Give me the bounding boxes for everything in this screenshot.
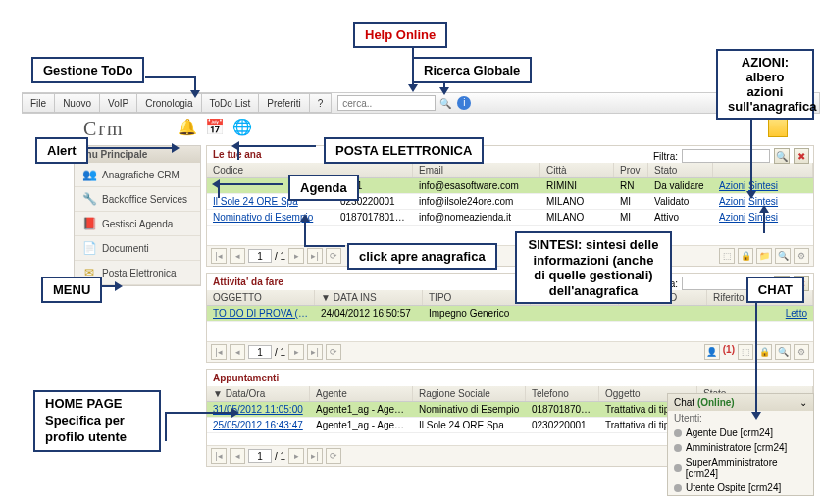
annot-agenda: Agenda bbox=[288, 175, 359, 201]
sidebar-item-backoffice[interactable]: 🔧Backoffice Services bbox=[75, 187, 200, 212]
panel-anagrafiche: Le tue ana Filtra:🔍✖ Codice Email Città … bbox=[206, 145, 814, 267]
annot-ricerca: Ricerca Globale bbox=[412, 57, 532, 83]
alert-icon[interactable]: 🔔 bbox=[177, 116, 198, 137]
agenda-icon[interactable]: 📅 bbox=[204, 116, 226, 137]
voip-menu[interactable]: VoIP bbox=[99, 93, 137, 113]
page-input[interactable] bbox=[248, 249, 272, 263]
group-icon: 👥 bbox=[82, 168, 96, 181]
annot-menu: MENU bbox=[41, 277, 102, 303]
search-icon[interactable]: 🔍 bbox=[439, 98, 451, 109]
chat-user[interactable]: Amministratore [crm24] bbox=[668, 440, 813, 455]
annot-todo: Gestione ToDo bbox=[31, 57, 144, 83]
file-menu[interactable]: File bbox=[22, 93, 55, 113]
annot-azioni: AZIONI: albero azioni sull'anagrafica bbox=[716, 49, 814, 120]
global-search-input[interactable] bbox=[337, 95, 436, 111]
sidebar: enu Principale 👥Anagrafiche CRM 🔧Backoff… bbox=[74, 145, 201, 286]
first-page[interactable]: |◂ bbox=[211, 248, 227, 264]
chat-user[interactable]: Utente Ospite [crm24] bbox=[668, 480, 813, 495]
collapse-icon[interactable]: ⌄ bbox=[799, 397, 807, 408]
doc-icon: 📄 bbox=[82, 241, 96, 255]
annot-sintesi: SINTESI: sintesi delle informazioni (anc… bbox=[515, 231, 672, 304]
clear-btn[interactable]: ✖ bbox=[794, 148, 809, 164]
sintesi-link[interactable]: Sintesi bbox=[748, 180, 778, 191]
wrench-icon: 🔧 bbox=[82, 192, 96, 206]
table-row: Nominativo di Esempio 0187017801187 info… bbox=[207, 210, 813, 226]
book-icon: 📕 bbox=[82, 217, 96, 230]
notif-count: (1) bbox=[723, 344, 735, 360]
chat-user[interactable]: Agente Due [crm24] bbox=[668, 426, 813, 440]
sidebar-item-anagrafiche[interactable]: 👥Anagrafiche CRM bbox=[75, 163, 200, 187]
next-page[interactable]: ▸ bbox=[288, 248, 304, 264]
annot-chat: CHAT bbox=[746, 277, 804, 303]
filter-anag-input[interactable] bbox=[682, 149, 770, 163]
preferiti-menu[interactable]: Preferiti bbox=[258, 93, 309, 113]
todolist-menu[interactable]: ToDo List bbox=[201, 93, 260, 113]
sidebar-item-agenda[interactable]: 📕Gestisci Agenda bbox=[75, 212, 200, 236]
main-toolbar: File Nuovo VoIP Cronologia ToDo List Pre… bbox=[22, 92, 820, 114]
help-button[interactable]: ? bbox=[309, 93, 333, 113]
last-page[interactable]: ▸| bbox=[307, 248, 323, 264]
app-logo: Crm bbox=[83, 118, 125, 140]
table-row: TO DO DI PROVA (Ricc 24/04/2012 16:50:57… bbox=[207, 306, 813, 322]
panel-title-app: Appuntamenti bbox=[207, 370, 813, 386]
annot-homepage: HOME PAGE Specifica per profilo utente bbox=[33, 390, 161, 452]
azioni-link[interactable]: Azioni bbox=[719, 180, 745, 191]
nuovo-menu[interactable]: Nuovo bbox=[54, 93, 100, 113]
sticky-note-icon[interactable] bbox=[768, 118, 788, 137]
chat-user[interactable]: SuperAmministratore [crm24] bbox=[668, 455, 813, 480]
prev-page[interactable]: ◂ bbox=[230, 248, 245, 264]
panel-attivita: Attivita' da fare Filtra:🔍✖ OGGETTO ▼ DA… bbox=[206, 273, 814, 363]
annot-posta: POSTA ELETTRONICA bbox=[324, 137, 484, 164]
annot-clickapre: click apre anagrafica bbox=[347, 243, 497, 270]
refresh[interactable]: ⟳ bbox=[326, 248, 341, 264]
mail-icon[interactable]: 🌐 bbox=[231, 116, 253, 137]
annot-help: Help Online bbox=[353, 22, 447, 48]
chat-panel: Chat (Online)⌄ Utenti: Agente Due [crm24… bbox=[667, 393, 814, 496]
info-icon[interactable]: i bbox=[457, 96, 471, 110]
annot-alert: Alert bbox=[35, 137, 88, 164]
sidebar-item-documenti[interactable]: 📄Documenti bbox=[75, 236, 200, 261]
search-btn[interactable]: 🔍 bbox=[774, 148, 790, 164]
